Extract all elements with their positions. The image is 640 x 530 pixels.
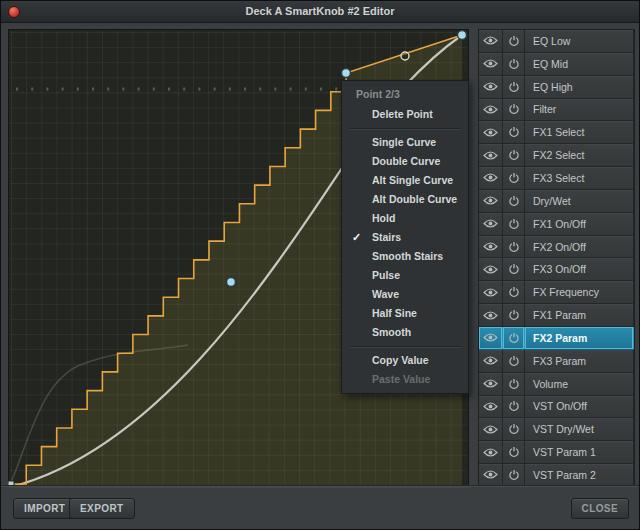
power-toggle[interactable]: [503, 144, 525, 166]
visibility-toggle[interactable]: [479, 213, 503, 235]
menu-item-alt-single-curve[interactable]: Alt Single Curve: [342, 171, 468, 190]
param-label[interactable]: Dry/Wet: [525, 190, 634, 212]
param-label[interactable]: Volume: [525, 373, 634, 395]
visibility-toggle[interactable]: [479, 236, 503, 258]
control-point[interactable]: [458, 31, 467, 40]
param-label[interactable]: FX2 On/Off: [525, 236, 634, 258]
param-row[interactable]: FX Frequency: [479, 281, 634, 304]
param-label[interactable]: FX2 Param: [525, 327, 634, 349]
control-point[interactable]: [227, 278, 236, 287]
visibility-toggle[interactable]: [479, 76, 503, 98]
power-toggle[interactable]: [503, 190, 525, 212]
param-label[interactable]: FX3 Param: [525, 350, 634, 372]
power-toggle[interactable]: [503, 441, 525, 463]
visibility-toggle[interactable]: [479, 327, 503, 349]
param-row[interactable]: Volume: [479, 373, 634, 396]
visibility-toggle[interactable]: [479, 99, 503, 121]
param-row[interactable]: FX1 Select: [479, 121, 634, 144]
power-toggle[interactable]: [503, 30, 525, 52]
param-row[interactable]: VST On/Off: [479, 396, 634, 419]
close-button[interactable]: CLOSE: [571, 498, 629, 519]
menu-item-half-sine[interactable]: Half Sine: [342, 304, 468, 323]
param-row[interactable]: FX2 Param: [479, 327, 634, 350]
menu-item-stairs[interactable]: ✓Stairs: [342, 228, 468, 247]
param-row[interactable]: Dry/Wet: [479, 190, 634, 213]
param-label[interactable]: Filter: [525, 99, 634, 121]
menu-item-pulse[interactable]: Pulse: [342, 266, 468, 285]
export-button[interactable]: EXPORT: [69, 498, 135, 519]
param-label[interactable]: FX1 Select: [525, 121, 634, 143]
param-label[interactable]: FX1 Param: [525, 304, 634, 326]
power-toggle[interactable]: [503, 99, 525, 121]
power-toggle[interactable]: [503, 236, 525, 258]
visibility-toggle[interactable]: [479, 373, 503, 395]
visibility-toggle[interactable]: [479, 144, 503, 166]
param-row[interactable]: FX1 Param: [479, 304, 634, 327]
param-row[interactable]: EQ Low: [479, 30, 634, 53]
visibility-toggle[interactable]: [479, 167, 503, 189]
power-toggle[interactable]: [503, 304, 525, 326]
power-toggle[interactable]: [503, 281, 525, 303]
power-toggle[interactable]: [503, 464, 525, 486]
param-label[interactable]: FX1 On/Off: [525, 213, 634, 235]
menu-item-smooth-stairs[interactable]: Smooth Stairs: [342, 247, 468, 266]
param-row[interactable]: EQ High: [479, 76, 634, 99]
menu-item-delete-point[interactable]: Delete Point: [342, 105, 468, 124]
menu-item-alt-double-curve[interactable]: Alt Double Curve: [342, 190, 468, 209]
visibility-toggle[interactable]: [479, 464, 503, 486]
power-toggle[interactable]: [503, 53, 525, 75]
curve-hover-point[interactable]: [401, 52, 409, 60]
param-label[interactable]: FX Frequency: [525, 281, 634, 303]
param-row[interactable]: VST Dry/Wet: [479, 418, 634, 441]
menu-item-wave[interactable]: Wave: [342, 285, 468, 304]
power-toggle[interactable]: [503, 327, 525, 349]
power-toggle[interactable]: [503, 213, 525, 235]
param-row[interactable]: VST Param 2: [479, 464, 634, 486]
power-toggle[interactable]: [503, 258, 525, 280]
param-row[interactable]: EQ Mid: [479, 53, 634, 76]
visibility-toggle[interactable]: [479, 121, 503, 143]
param-label[interactable]: VST On/Off: [525, 396, 634, 418]
param-label[interactable]: FX3 On/Off: [525, 258, 634, 280]
param-label[interactable]: VST Param 2: [525, 464, 634, 486]
param-row[interactable]: VST Param 1: [479, 441, 634, 464]
menu-item-double-curve[interactable]: Double Curve: [342, 152, 468, 171]
power-toggle[interactable]: [503, 350, 525, 372]
power-toggle[interactable]: [503, 373, 525, 395]
param-label[interactable]: FX3 Select: [525, 167, 634, 189]
menu-item-smooth[interactable]: Smooth: [342, 323, 468, 342]
visibility-toggle[interactable]: [479, 281, 503, 303]
param-row[interactable]: FX1 On/Off: [479, 213, 634, 236]
param-label[interactable]: VST Param 1: [525, 441, 634, 463]
menu-item-single-curve[interactable]: Single Curve: [342, 133, 468, 152]
param-label[interactable]: EQ Mid: [525, 53, 634, 75]
param-row[interactable]: FX3 Param: [479, 350, 634, 373]
visibility-toggle[interactable]: [479, 350, 503, 372]
param-row[interactable]: FX2 Select: [479, 144, 634, 167]
window-close-button[interactable]: [8, 6, 20, 18]
param-label[interactable]: EQ High: [525, 76, 634, 98]
param-label[interactable]: EQ Low: [525, 30, 634, 52]
visibility-toggle[interactable]: [479, 190, 503, 212]
control-point[interactable]: [342, 69, 351, 78]
param-row[interactable]: FX3 Select: [479, 167, 634, 190]
visibility-toggle[interactable]: [479, 53, 503, 75]
visibility-toggle[interactable]: [479, 396, 503, 418]
power-toggle[interactable]: [503, 396, 525, 418]
visibility-toggle[interactable]: [479, 418, 503, 440]
visibility-toggle[interactable]: [479, 258, 503, 280]
visibility-toggle[interactable]: [479, 30, 503, 52]
visibility-toggle[interactable]: [479, 304, 503, 326]
import-button[interactable]: IMPORT: [13, 498, 76, 519]
param-row[interactable]: Filter: [479, 99, 634, 122]
power-toggle[interactable]: [503, 418, 525, 440]
param-label[interactable]: FX2 Select: [525, 144, 634, 166]
menu-item-copy-value[interactable]: Copy Value: [342, 351, 468, 370]
menu-item-hold[interactable]: Hold: [342, 209, 468, 228]
power-toggle[interactable]: [503, 76, 525, 98]
param-row[interactable]: FX3 On/Off: [479, 258, 634, 281]
visibility-toggle[interactable]: [479, 441, 503, 463]
param-label[interactable]: VST Dry/Wet: [525, 418, 634, 440]
power-toggle[interactable]: [503, 167, 525, 189]
power-toggle[interactable]: [503, 121, 525, 143]
